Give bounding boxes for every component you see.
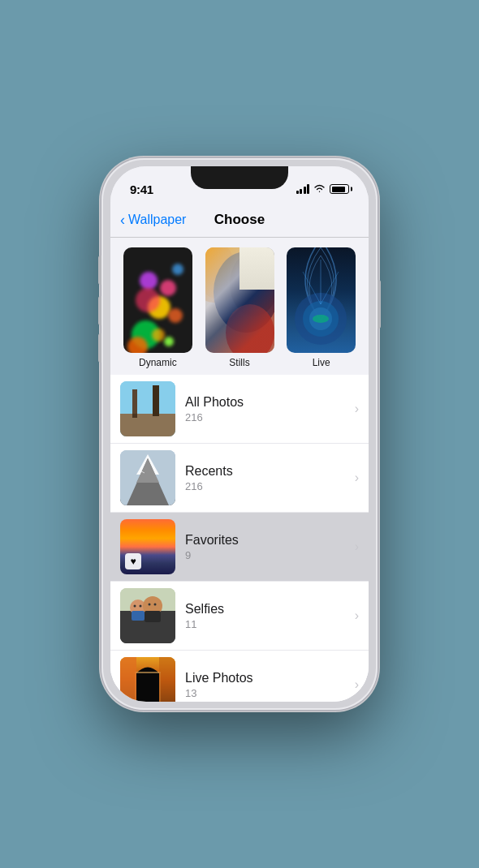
stills-thumbnail	[205, 247, 274, 353]
svg-rect-39	[159, 657, 175, 702]
status-time: 9:41	[130, 183, 153, 196]
signal-icon	[296, 184, 310, 194]
svg-point-32	[154, 604, 157, 606]
battery-icon	[330, 184, 349, 194]
wallpaper-grid: Dynamic	[110, 238, 369, 375]
all-photos-count: 216	[185, 411, 355, 423]
favorites-heart-icon: ♥	[125, 553, 141, 569]
status-icons	[296, 183, 350, 196]
svg-rect-17	[132, 389, 137, 414]
svg-point-30	[140, 605, 142, 608]
live-thumbnail	[287, 247, 356, 353]
wallpaper-category-live[interactable]: Live	[283, 247, 359, 368]
live-label: Live	[313, 357, 330, 368]
svg-rect-14	[120, 414, 175, 436]
all-photos-thumbnail	[120, 381, 175, 436]
favorites-chevron-icon: ›	[355, 539, 359, 554]
all-photos-name: All Photos	[185, 395, 355, 410]
svg-rect-16	[153, 385, 159, 416]
wallpaper-category-dynamic[interactable]: Dynamic	[120, 247, 196, 368]
svg-rect-26	[132, 611, 145, 621]
favorites-count: 9	[185, 549, 355, 561]
album-item-recents[interactable]: Recents 216 ›	[110, 444, 369, 513]
back-chevron-icon: ‹	[120, 213, 125, 227]
phone-frame: 9:41 ‹ Wal	[101, 158, 378, 710]
recents-name: Recents	[185, 464, 355, 479]
svg-point-12	[313, 315, 329, 323]
live-photos-thumbnail	[120, 657, 175, 702]
wallpaper-category-stills[interactable]: Stills	[202, 247, 278, 368]
svg-point-29	[134, 605, 136, 608]
live-photos-chevron-icon: ›	[355, 677, 359, 692]
wifi-icon	[313, 183, 326, 196]
recents-info: Recents 216	[185, 464, 355, 492]
svg-rect-38	[120, 657, 136, 702]
live-photos-info: Live Photos 13	[185, 671, 355, 699]
live-photos-name: Live Photos	[185, 671, 355, 685]
selfies-name: Selfies	[185, 602, 355, 617]
stills-label: Stills	[229, 357, 249, 368]
album-item-all-photos[interactable]: All Photos 216 ›	[110, 375, 369, 444]
phone-screen: 9:41 ‹ Wal	[110, 166, 369, 702]
favorites-name: Favorites	[185, 533, 355, 548]
back-label: Wallpaper	[128, 213, 186, 227]
selfies-info: Selfies 11	[185, 602, 355, 630]
back-button[interactable]: ‹ Wallpaper	[120, 213, 186, 227]
selfies-thumbnail	[120, 588, 175, 643]
favorites-info: Favorites 9	[185, 533, 355, 561]
svg-rect-34	[136, 673, 159, 702]
content-area: Dynamic	[110, 238, 369, 702]
all-photos-chevron-icon: ›	[355, 402, 359, 416]
album-item-favorites[interactable]: ♥ Favorites 9 ›	[110, 513, 369, 582]
favorites-thumbnail: ♥	[120, 519, 175, 574]
dynamic-thumbnail	[123, 247, 192, 353]
albums-list: All Photos 216 ›	[110, 375, 369, 702]
album-item-selfies[interactable]: Selfies 11 ›	[110, 582, 369, 651]
nav-header: ‹ Wallpaper Choose	[110, 202, 369, 238]
selfies-count: 11	[185, 618, 355, 630]
live-photos-count: 13	[185, 687, 355, 699]
dynamic-label: Dynamic	[139, 357, 177, 368]
recents-chevron-icon: ›	[355, 471, 359, 485]
all-photos-info: All Photos 216	[185, 395, 355, 423]
notch	[191, 166, 288, 189]
svg-rect-28	[145, 611, 161, 622]
recents-thumbnail	[120, 450, 175, 505]
svg-rect-35	[135, 672, 161, 673]
recents-count: 216	[185, 480, 355, 492]
page-title: Choose	[214, 212, 265, 228]
selfies-chevron-icon: ›	[355, 608, 359, 623]
album-item-live-photos[interactable]: Live Photos 13 ›	[110, 651, 369, 702]
svg-point-31	[149, 604, 151, 606]
